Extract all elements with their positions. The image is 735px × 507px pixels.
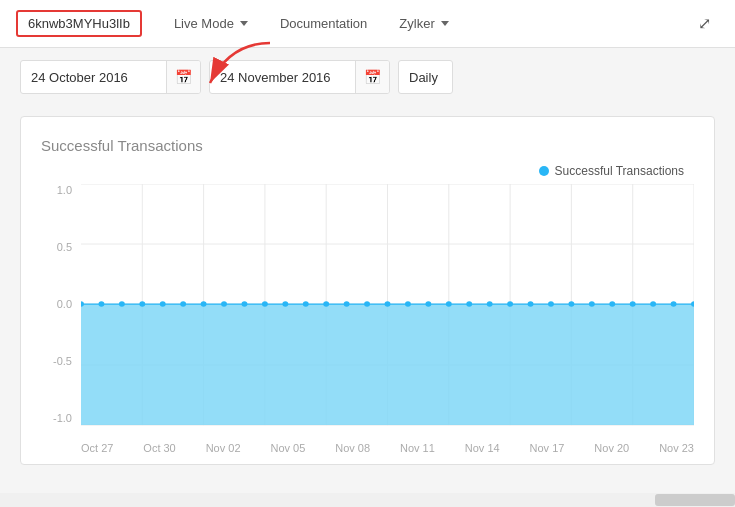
end-date-input[interactable] <box>210 70 355 85</box>
y-label-neg-1-0: -1.0 <box>53 412 76 424</box>
svg-point-34 <box>405 301 411 307</box>
x-label-oct30: Oct 30 <box>143 442 175 454</box>
x-label-nov08: Nov 08 <box>335 442 370 454</box>
chart-title: Successful Transactions <box>41 137 694 154</box>
svg-point-31 <box>344 301 350 307</box>
live-mode-caret-icon <box>240 21 248 26</box>
svg-point-47 <box>671 301 677 307</box>
start-date-group: 📅 <box>20 60 201 94</box>
svg-point-33 <box>385 301 391 307</box>
x-label-nov11: Nov 11 <box>400 442 435 454</box>
svg-point-35 <box>425 301 431 307</box>
svg-point-20 <box>119 301 125 307</box>
y-label-1-0: 1.0 <box>57 184 76 196</box>
x-label-nov23: Nov 23 <box>659 442 694 454</box>
svg-point-43 <box>589 301 595 307</box>
svg-point-39 <box>507 301 513 307</box>
x-axis: Oct 27 Oct 30 Nov 02 Nov 05 Nov 08 Nov 1… <box>81 442 694 454</box>
svg-point-22 <box>160 301 166 307</box>
svg-point-44 <box>609 301 615 307</box>
svg-point-40 <box>528 301 534 307</box>
svg-point-21 <box>139 301 145 307</box>
nav-zylker[interactable]: Zylker <box>383 0 464 48</box>
svg-point-28 <box>282 301 288 307</box>
chart-area: Successful Transactions 1.0 0.5 0.0 -0.5… <box>41 164 694 454</box>
expand-button[interactable]: ⤢ <box>690 6 719 41</box>
svg-point-36 <box>446 301 452 307</box>
legend-dot-icon <box>539 166 549 176</box>
x-label-nov02: Nov 02 <box>206 442 241 454</box>
main-content: Successful Transactions Successful Trans… <box>0 106 735 485</box>
x-label-nov20: Nov 20 <box>594 442 629 454</box>
svg-point-30 <box>323 301 329 307</box>
start-date-calendar-button[interactable]: 📅 <box>166 60 200 94</box>
svg-point-25 <box>221 301 227 307</box>
x-label-nov14: Nov 14 <box>465 442 500 454</box>
navbar: 6knwb3MYHu3lIb Live Mode Documentation Z… <box>0 0 735 48</box>
scrollbar-track <box>0 493 735 507</box>
svg-point-37 <box>466 301 472 307</box>
chart-card: Successful Transactions Successful Trans… <box>20 116 715 465</box>
zylker-caret-icon <box>441 21 449 26</box>
end-date-calendar-button[interactable]: 📅 <box>355 60 389 94</box>
svg-point-24 <box>201 301 207 307</box>
svg-point-19 <box>99 301 105 307</box>
filter-bar: 📅 📅 Daily <box>0 48 735 106</box>
y-axis: 1.0 0.5 0.0 -0.5 -1.0 <box>41 184 76 424</box>
y-label-neg-0-5: -0.5 <box>53 355 76 367</box>
svg-point-38 <box>487 301 493 307</box>
svg-point-32 <box>364 301 370 307</box>
chart-plot <box>81 184 694 426</box>
legend-label: Successful Transactions <box>555 164 684 178</box>
x-label-nov05: Nov 05 <box>270 442 305 454</box>
svg-point-46 <box>650 301 656 307</box>
svg-point-41 <box>548 301 554 307</box>
start-date-input[interactable] <box>21 70 166 85</box>
scrollbar-thumb[interactable] <box>655 494 735 506</box>
x-label-oct27: Oct 27 <box>81 442 113 454</box>
y-label-0-5: 0.5 <box>57 241 76 253</box>
svg-point-27 <box>262 301 268 307</box>
svg-point-42 <box>568 301 574 307</box>
nav-live-mode[interactable]: Live Mode <box>158 0 264 48</box>
svg-point-23 <box>180 301 186 307</box>
nav-documentation[interactable]: Documentation <box>264 0 383 48</box>
svg-marker-16 <box>81 304 694 425</box>
y-label-0-0: 0.0 <box>57 298 76 310</box>
svg-point-45 <box>630 301 636 307</box>
end-date-group: 📅 <box>209 60 390 94</box>
svg-point-26 <box>242 301 248 307</box>
granularity-button[interactable]: Daily <box>398 60 453 94</box>
api-token[interactable]: 6knwb3MYHu3lIb <box>16 10 142 37</box>
chart-legend: Successful Transactions <box>539 164 684 178</box>
svg-point-29 <box>303 301 309 307</box>
x-label-nov17: Nov 17 <box>530 442 565 454</box>
